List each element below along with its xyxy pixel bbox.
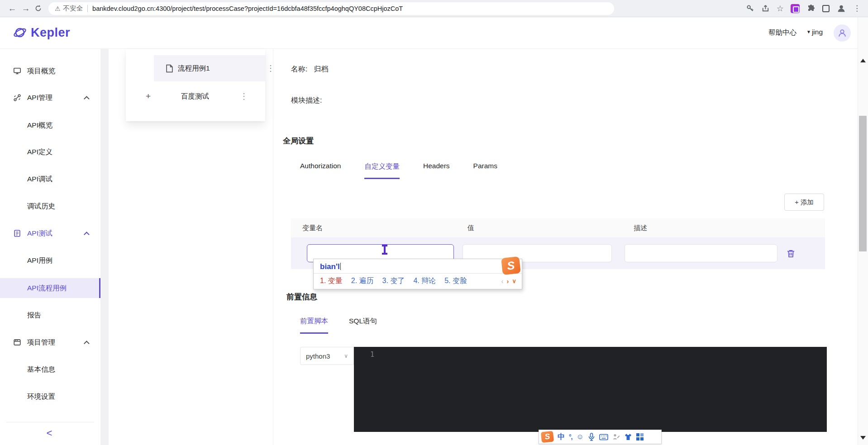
bookmark-star-icon[interactable]: ☆ [777,4,784,14]
tree-item-baidu-test[interactable]: + 百度测试 ⋮ [126,84,265,109]
ime-candidate-5[interactable]: 5. 变脸 [444,276,467,286]
browser-actions: ☆ ⋮ [746,4,863,14]
ime-caret [340,263,341,270]
sidebar-item-project-management[interactable]: 项目管理 [0,332,100,352]
chevron-down-icon: ∨ [344,353,348,359]
share-icon[interactable] [761,4,770,13]
scrollbar-down-arrow[interactable] [860,436,866,440]
scrollbar-up-arrow[interactable] [860,59,866,62]
sidebar-item-debug-history[interactable]: 调试历史 [0,196,100,216]
ime-candidate-3[interactable]: 3. 变了 [382,276,405,286]
side-panel-icon[interactable] [822,5,830,12]
keyboard-icon[interactable] [599,434,608,440]
browser-menu-icon[interactable]: ⋮ [853,4,861,13]
code-editor[interactable]: 1 [354,347,827,432]
ime-punctuation-icon[interactable]: °, [569,433,572,440]
handwriting-icon[interactable] [612,433,620,440]
sidebar-item-api-case[interactable]: API用例 [0,251,100,270]
sidebar-divider [6,422,94,422]
sidebar-item-env-settings[interactable]: 环境设置 [0,387,100,407]
emoji-icon[interactable]: ☺ [577,433,584,441]
add-variable-button[interactable]: + 添加 [784,194,824,211]
sidebar: 项目概览 API管理 API概览 API定义 API调试 调试历史 API测试 … [0,49,100,445]
sidebar-item-api-overview[interactable]: API概览 [0,115,100,135]
more-menu-icon[interactable]: ⋮ [267,63,275,73]
sidebar-scroll-track[interactable] [100,49,109,445]
username: jing [812,28,823,36]
ime-candidate-2[interactable]: 2. 遍历 [351,276,374,286]
puzzle-icon[interactable] [806,4,816,13]
app-logo[interactable]: Kepler [13,25,70,40]
sidebar-item-label: API定义 [27,147,52,157]
ime-prev-page-icon[interactable]: ‹ [501,277,503,285]
tree-item-process-case-1[interactable]: 流程用例1 ⋮ [154,55,265,81]
tab-custom-variables[interactable]: 自定义变量 [364,162,400,179]
tab-authorization[interactable]: Authorization [300,162,341,179]
key-icon[interactable] [746,4,754,13]
sidebar-item-basic-info[interactable]: 基本信息 [0,360,100,379]
column-header-description: 描述 [622,224,825,232]
language-select-value: python3 [306,352,330,360]
ime-expand-icon[interactable]: ∨ [512,278,516,284]
sidebar-item-report[interactable]: 报告 [0,305,100,325]
avatar[interactable] [834,24,851,42]
chevron-down-icon: ▼ [806,29,811,34]
address-divider [87,5,88,12]
help-center-link[interactable]: 帮助中心 [768,28,796,38]
language-select[interactable]: python3 ∨ [300,347,354,365]
sogou-logo-icon[interactable]: S [541,431,554,443]
document-icon [166,64,173,73]
pre-info-tabs: 前置脚本 SQL语句 [300,317,377,334]
ime-candidate-4[interactable]: 4. 辩论 [413,276,436,286]
monitor-icon [13,66,22,76]
chevron-up-icon [84,96,90,102]
forward-icon[interactable]: → [19,4,33,14]
sidebar-item-label: 项目概览 [27,66,55,76]
variable-description-input[interactable] [625,244,777,262]
extension-badge-icon[interactable] [791,4,800,13]
sidebar-item-label: 基本信息 [27,365,55,374]
sidebar-item-api-definition[interactable]: API定义 [0,142,100,162]
sidebar-item-api-management[interactable]: API管理 [0,88,100,108]
global-settings-tabs: Authorization 自定义变量 Headers Params [300,162,497,179]
sidebar-item-label: API概览 [27,121,52,130]
expand-plus-icon[interactable]: + [146,91,151,101]
editor-line-number: 1 [370,350,374,359]
sidebar-collapse-button[interactable]: < [38,427,61,439]
page-scrollbar-thumb[interactable] [859,116,867,251]
tab-sql-statement[interactable]: SQL语句 [349,317,377,334]
tab-params[interactable]: Params [473,162,497,179]
sidebar-item-label: 调试历史 [27,202,55,211]
sidebar-item-api-test[interactable]: API测试 [0,223,100,243]
sidebar-item-project-overview[interactable]: 项目概览 [0,61,100,81]
ime-candidate-1[interactable]: 1. 变量 [320,276,343,286]
browser-toolbar: ← → ⚠ 不安全 bankdev.cloud2go.cn:4300/proje… [0,0,868,17]
plug-icon [13,93,22,102]
logo-text: Kepler [31,26,70,40]
case-tree-panel: 流程用例1 ⋮ + 百度测试 ⋮ [126,49,265,121]
user-dropdown[interactable]: ▼jing [806,28,823,36]
ime-toolbar: S 中 °, ☺ [539,430,662,444]
ime-candidate-popup: bian'l 1. 变量 2. 遍历 3. 变了 4. 辩论 5. 变脸 ‹ ›… [313,259,522,289]
more-menu-icon[interactable]: ⋮ [240,91,248,101]
address-bar[interactable]: ⚠ 不安全 bankdev.cloud2go.cn:4300/project/t… [48,2,614,15]
sidebar-item-api-debug[interactable]: API调试 [0,169,100,189]
url-text[interactable]: bankdev.cloud2go.cn:4300/project/test/pr… [92,5,403,12]
toolbox-grid-icon[interactable] [636,433,644,440]
module-desc-label: 模块描述: [291,96,322,104]
tab-pre-script[interactable]: 前置脚本 [300,317,328,334]
sidebar-item-api-process-case[interactable]: API流程用例 [0,278,100,298]
sidebar-item-label: 环境设置 [27,392,55,402]
module-desc-row: 模块描述: [291,96,322,105]
delete-row-icon[interactable] [786,248,796,260]
tab-headers[interactable]: Headers [423,162,450,179]
back-icon[interactable]: ← [5,4,19,14]
screen: ← → ⚠ 不安全 bankdev.cloud2go.cn:4300/proje… [0,0,868,445]
ime-pager: ‹ › ∨ [501,277,516,285]
ime-next-page-icon[interactable]: › [506,277,509,285]
ime-mode-chinese[interactable]: 中 [558,432,565,442]
profile-icon[interactable] [836,4,846,14]
microphone-icon[interactable] [588,433,595,441]
skin-shirt-icon[interactable] [624,433,632,440]
reload-icon[interactable] [34,5,42,12]
